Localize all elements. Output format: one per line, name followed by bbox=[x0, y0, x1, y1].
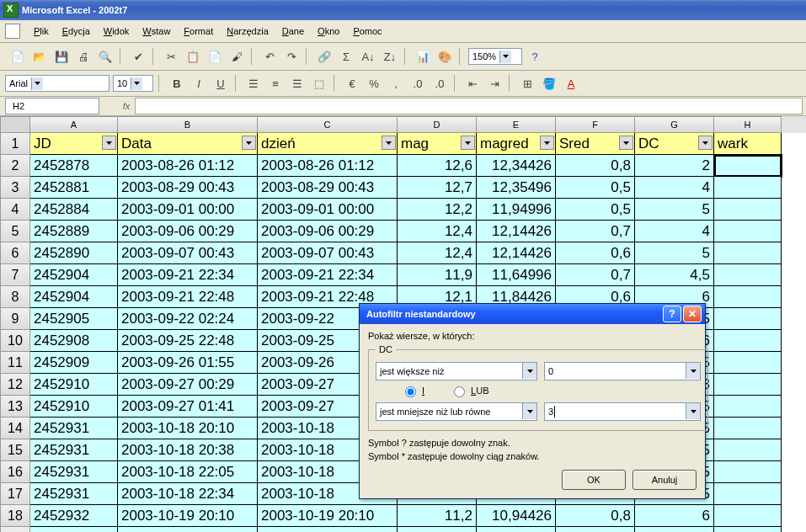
row-header[interactable]: 2 bbox=[0, 155, 30, 177]
cell[interactable]: 2452890 bbox=[30, 242, 118, 264]
cell[interactable]: 11,94996 bbox=[477, 199, 556, 221]
save-icon[interactable]: 💾 bbox=[52, 47, 71, 66]
print-icon[interactable]: 🖨 bbox=[74, 47, 93, 66]
row-header[interactable]: 10 bbox=[0, 330, 30, 352]
cell[interactable]: 2452931 bbox=[30, 461, 118, 483]
cell[interactable]: 2003-09-07 00:43 bbox=[118, 242, 258, 264]
cell[interactable]: 2452878 bbox=[30, 155, 118, 177]
col-header-E[interactable]: E bbox=[477, 116, 556, 133]
row-header[interactable]: 12 bbox=[0, 374, 30, 396]
cell[interactable]: 2003-10-18 20:10 bbox=[118, 418, 258, 439]
select-all-corner[interactable] bbox=[0, 116, 30, 133]
cell[interactable]: 2003-09-25 22:48 bbox=[118, 330, 258, 352]
cell[interactable]: 2003-09-01 00:00 bbox=[258, 199, 398, 221]
cell[interactable]: 12,6 bbox=[398, 155, 477, 177]
cell[interactable]: 6 bbox=[635, 505, 714, 527]
redo-icon[interactable]: ↷ bbox=[282, 47, 301, 66]
decrease-decimal-icon[interactable]: .0 bbox=[430, 74, 449, 93]
cell[interactable]: wark bbox=[714, 133, 782, 155]
cell[interactable]: 2003-08-29 00:43 bbox=[118, 177, 258, 199]
formula-input[interactable] bbox=[135, 98, 803, 114]
cell[interactable]: 12,35496 bbox=[477, 177, 556, 199]
col-header-G[interactable]: G bbox=[635, 116, 714, 133]
cell[interactable] bbox=[714, 242, 782, 264]
cell[interactable]: 2452931 bbox=[30, 439, 118, 461]
cell[interactable] bbox=[714, 177, 782, 199]
help-icon[interactable]: ? bbox=[526, 47, 544, 66]
cell[interactable] bbox=[714, 396, 782, 418]
cell[interactable]: 5 bbox=[635, 199, 714, 221]
comma-icon[interactable]: , bbox=[387, 74, 405, 93]
hyperlink-icon[interactable]: 🔗 bbox=[315, 47, 334, 66]
radio-and-input[interactable] bbox=[405, 386, 416, 397]
cell[interactable]: 0,8 bbox=[556, 155, 635, 177]
cell[interactable]: DC bbox=[635, 133, 714, 155]
align-center-icon[interactable]: ≡ bbox=[266, 74, 285, 93]
cell[interactable] bbox=[714, 527, 782, 532]
chevron-down-icon[interactable] bbox=[686, 363, 700, 379]
align-left-icon[interactable]: ☰ bbox=[244, 74, 263, 93]
cell[interactable] bbox=[714, 461, 782, 483]
cell[interactable] bbox=[714, 286, 782, 308]
col-header-H[interactable]: H bbox=[714, 116, 782, 133]
radio-and[interactable]: I bbox=[401, 384, 424, 397]
cell[interactable]: 2452884 bbox=[30, 199, 118, 221]
cell[interactable]: 2452931 bbox=[30, 418, 118, 439]
cell[interactable]: 11,2 bbox=[398, 505, 477, 527]
cell[interactable] bbox=[714, 483, 782, 505]
value2-combo[interactable]: 3 bbox=[544, 402, 701, 421]
cell[interactable] bbox=[714, 308, 782, 330]
chevron-down-icon[interactable] bbox=[131, 77, 142, 90]
cell[interactable]: Data bbox=[118, 133, 258, 155]
cell[interactable]: 12,34426 bbox=[477, 155, 556, 177]
cell[interactable]: dzień bbox=[258, 133, 398, 155]
increase-decimal-icon[interactable]: .0 bbox=[408, 74, 427, 93]
chevron-down-icon[interactable] bbox=[522, 363, 536, 379]
filter-dropdown-icon[interactable] bbox=[382, 136, 396, 150]
cell[interactable]: 0,5 bbox=[556, 177, 635, 199]
filter-dropdown-icon[interactable] bbox=[619, 136, 633, 150]
row-header[interactable]: 3 bbox=[0, 177, 30, 199]
cell[interactable]: 4,5 bbox=[635, 264, 714, 286]
cell[interactable]: 2003-08-26 01:12 bbox=[258, 155, 398, 177]
cell[interactable]: 2003-10-18 20:38 bbox=[118, 439, 258, 461]
cell[interactable]: 5 bbox=[635, 242, 714, 264]
cancel-button[interactable]: Anuluj bbox=[633, 470, 697, 490]
currency-icon[interactable]: € bbox=[343, 74, 361, 93]
cell[interactable]: 2003-09-26 01:55 bbox=[118, 352, 258, 374]
cell[interactable]: 2452889 bbox=[30, 221, 118, 242]
sort-asc-icon[interactable]: A↓ bbox=[359, 47, 377, 66]
cell[interactable] bbox=[714, 418, 782, 439]
chevron-down-icon[interactable] bbox=[499, 51, 511, 63]
cell[interactable]: 2003-09-21 22:48 bbox=[118, 286, 258, 308]
fx-label[interactable]: fx bbox=[118, 101, 135, 111]
menu-dane[interactable]: Dane bbox=[275, 24, 311, 38]
menu-plik[interactable]: Plik bbox=[27, 24, 56, 38]
dialog-close-button[interactable]: ✕ bbox=[683, 306, 702, 322]
operator1-combo[interactable]: jest większe niż bbox=[376, 362, 537, 380]
underline-icon[interactable]: U bbox=[211, 74, 230, 93]
name-box[interactable]: H2 bbox=[5, 98, 99, 114]
col-header-B[interactable]: B bbox=[118, 116, 258, 133]
chart-icon[interactable]: 📊 bbox=[414, 47, 432, 66]
cell[interactable]: 11,2 bbox=[398, 527, 477, 532]
font-name-combo[interactable]: Arial bbox=[5, 75, 109, 92]
cell[interactable]: 2003-09-06 00:29 bbox=[258, 221, 398, 242]
menu-widok[interactable]: Widok bbox=[97, 24, 136, 38]
cell[interactable]: 2003-09-01 00:00 bbox=[118, 199, 258, 221]
cell[interactable]: 2003-09-27 01:41 bbox=[118, 396, 258, 418]
align-right-icon[interactable]: ☰ bbox=[288, 74, 307, 93]
cell[interactable]: 2003-10-19 20:10 bbox=[258, 527, 398, 532]
radio-or-input[interactable] bbox=[454, 386, 465, 397]
cell[interactable]: mag bbox=[398, 133, 477, 155]
cut-icon[interactable]: ✂ bbox=[162, 47, 180, 66]
cell[interactable]: 2452904 bbox=[30, 264, 118, 286]
undo-icon[interactable]: ↶ bbox=[260, 47, 279, 66]
new-icon[interactable]: 📄 bbox=[8, 47, 27, 66]
row-header[interactable]: 19 bbox=[0, 527, 30, 532]
cell[interactable]: 12,7 bbox=[398, 177, 477, 199]
row-header[interactable]: 17 bbox=[0, 483, 30, 505]
zoom-combo[interactable]: 150% bbox=[468, 48, 522, 65]
cell[interactable] bbox=[714, 330, 782, 352]
cell[interactable]: Sred bbox=[556, 133, 635, 155]
